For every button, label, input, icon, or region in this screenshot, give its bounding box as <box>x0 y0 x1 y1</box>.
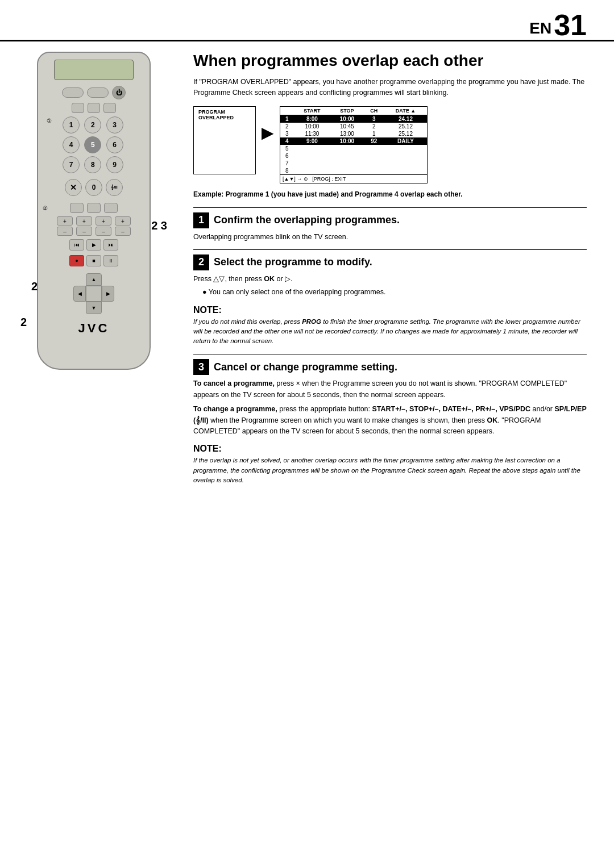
remote-num-1[interactable]: 1 <box>63 116 80 133</box>
remote-num-6[interactable]: 6 <box>106 136 123 153</box>
dpad-right[interactable]: ▶ <box>102 286 114 302</box>
cell-ch <box>364 160 384 167</box>
remote-mid-btn3[interactable] <box>104 203 118 213</box>
dpad-area: 2 ▲ ▼ ◀ ▶ <box>44 271 144 316</box>
dpad-up[interactable]: ▲ <box>86 273 102 286</box>
dpad-left[interactable]: ◀ <box>73 286 86 302</box>
remote-num-5[interactable]: 5 <box>84 136 101 153</box>
vol-plus-3[interactable]: + <box>96 216 111 226</box>
program-table-wrap: START STOP CH DATE ▲ 18:0010:00324.12210… <box>280 106 428 183</box>
trans-rewind[interactable]: ⏮ <box>69 239 84 251</box>
step-2-body: Press △▽, then press OK or ▷. You can on… <box>193 274 587 298</box>
trans-ff[interactable]: ⏭ <box>103 239 118 251</box>
remote-num-3[interactable]: 3 <box>106 116 123 133</box>
step-2-bullet1: You can only select one of the overlappi… <box>202 287 587 298</box>
dpad-center[interactable] <box>86 286 102 302</box>
cell-date <box>384 167 427 174</box>
step-label-23: 2 3 <box>151 219 167 232</box>
vol-plus-4[interactable]: + <box>115 216 131 226</box>
remote-mid-btn2[interactable] <box>87 203 101 213</box>
step-1-title: Confirm the overlapping programmes. <box>214 214 400 226</box>
remote-mid-row: ② <box>44 203 144 213</box>
cell-start: 8:00 <box>294 115 331 123</box>
remote-numpad: 1 2 3 4 5 6 7 8 9 <box>63 116 125 173</box>
note-2-title: NOTE: <box>193 444 587 454</box>
trans-stop[interactable]: ■ <box>86 255 101 266</box>
overlap-label: PROGRAM OVERLAPPED <box>198 109 251 120</box>
page-number: 31 <box>554 10 587 40</box>
cell-start: 11:30 <box>294 130 331 137</box>
step-3-section: 3 Cancel or change programme setting. To… <box>193 354 587 437</box>
remote-num-8[interactable]: 8 <box>84 156 101 173</box>
cell-start <box>294 160 331 167</box>
cell-num: 1 <box>280 115 294 123</box>
step-2-title: Select the programme to modify. <box>214 256 372 268</box>
remote-container: 2 3 2 ⏻ ① <box>28 52 159 370</box>
vol-minus-2[interactable]: – <box>76 227 92 236</box>
remote-num-4[interactable]: 4 <box>63 136 80 153</box>
cell-ch: 92 <box>364 137 384 145</box>
trans-play[interactable]: ▶ <box>86 239 101 251</box>
step-3-header: 3 Cancel or change programme setting. <box>193 359 587 375</box>
vol-minus-4[interactable]: – <box>115 227 131 236</box>
page-title: When programmes overlap each other <box>193 52 587 70</box>
remote-num-9[interactable]: 9 <box>106 156 123 173</box>
trans-record[interactable]: ● <box>69 255 84 266</box>
step-2-text1: Press △▽, then press OK or ▷. <box>193 274 587 285</box>
cell-ch <box>364 145 384 152</box>
cell-ch <box>364 167 384 174</box>
remote-transport2: ● ■ II <box>69 255 118 266</box>
remote-btn-special[interactable]: 𝄞/II <box>106 179 123 196</box>
dpad-down[interactable]: ▼ <box>86 302 102 314</box>
remote-zero-row: ✕ 0 𝄞/II <box>44 179 144 196</box>
vol-minus-1[interactable]: – <box>57 227 73 236</box>
cell-date <box>384 160 427 167</box>
remote-transport: ⏮ ▶ ⏭ <box>69 239 118 251</box>
cell-stop <box>330 167 363 174</box>
cell-stop: 13:00 <box>330 130 363 137</box>
overlap-demo: PROGRAM OVERLAPPED ▶ START STOP CH DATE … <box>193 106 587 183</box>
remote-small-btn3[interactable] <box>103 103 116 113</box>
step-label-2: 2 <box>20 316 27 329</box>
step-3-text2: To change a programme, press the appropr… <box>193 404 587 437</box>
cell-date: 25.12 <box>384 130 427 137</box>
note-1-title: NOTE: <box>193 305 587 315</box>
remote-num-7[interactable]: 7 <box>63 156 80 173</box>
step-1-body: Overlapping programmes blink on the TV s… <box>193 232 587 243</box>
top-bar: EN 31 <box>0 0 614 41</box>
cell-num: 2 <box>280 123 294 130</box>
remote-mid-btn1[interactable] <box>70 203 84 213</box>
cell-stop: 10:45 <box>330 123 363 130</box>
cell-date: DAILY <box>384 137 427 145</box>
remote-power-btn[interactable]: ⏻ <box>112 86 126 99</box>
remote-num-2[interactable]: 2 <box>84 116 101 133</box>
caption-text: Example: Programme 1 (you have just made… <box>193 189 587 199</box>
step-1-number: 1 <box>193 212 209 228</box>
vol-plus-2[interactable]: + <box>76 216 92 226</box>
dpad: ▲ ▼ ◀ ▶ <box>73 273 114 314</box>
vol-col-1: + – <box>57 216 73 236</box>
cell-ch: 2 <box>364 123 384 130</box>
vol-plus-1[interactable]: + <box>57 216 73 226</box>
remote-btn-oval2[interactable] <box>87 87 109 98</box>
remote-btn-x[interactable]: ✕ <box>65 179 82 196</box>
cell-date: 25.12 <box>384 123 427 130</box>
left-column: 2 3 2 ⏻ ① <box>0 41 176 493</box>
remote-small-btn2[interactable] <box>88 103 100 113</box>
cell-start: 10:00 <box>294 123 331 130</box>
trans-pause[interactable]: II <box>103 255 118 266</box>
table-row: 210:0010:45225.12 <box>280 123 427 130</box>
cell-start <box>294 167 331 174</box>
remote-small-btn1[interactable] <box>72 103 84 113</box>
table-row: 8 <box>280 167 427 174</box>
remote-btn-oval1[interactable] <box>62 87 84 98</box>
cell-stop <box>330 145 363 152</box>
table-row: 7 <box>280 160 427 167</box>
remote-num-0[interactable]: 0 <box>85 179 102 196</box>
cell-num: 3 <box>280 130 294 137</box>
remote-vol-row: + – + – + – + – <box>57 216 131 236</box>
vol-minus-3[interactable]: – <box>96 227 111 236</box>
program-table: START STOP CH DATE ▲ 18:0010:00324.12210… <box>280 107 427 174</box>
table-header-row: START STOP CH DATE ▲ <box>280 107 427 115</box>
cell-start <box>294 145 331 152</box>
